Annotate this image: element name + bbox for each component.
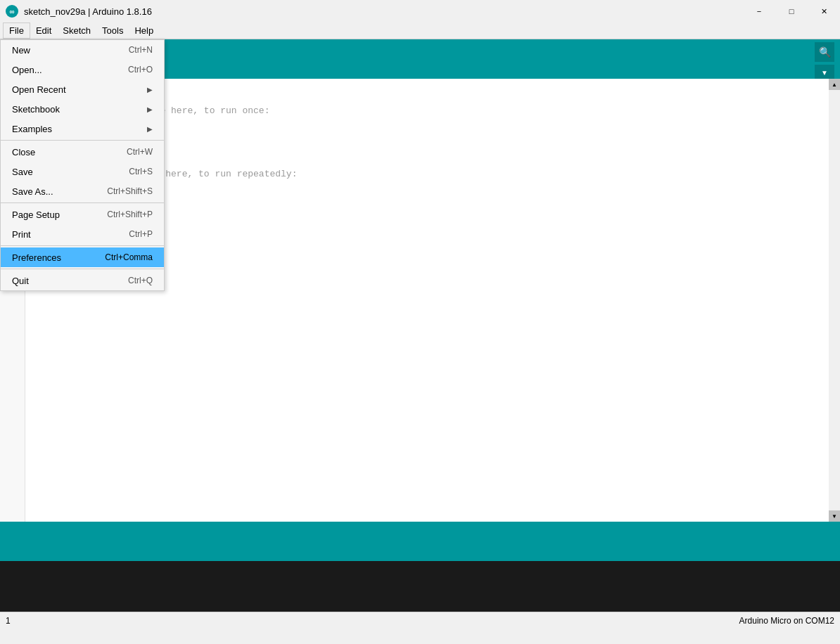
tab-dropdown-button[interactable]: ▼ xyxy=(815,65,834,80)
status-bar: 1 Arduino Micro on COM12 xyxy=(0,612,840,629)
submenu-arrow-icon: ▶ xyxy=(147,105,153,113)
menu-item-save-as[interactable]: Save As... Ctrl+Shift+S xyxy=(1,181,164,201)
window-controls: − □ ✕ xyxy=(743,0,840,22)
menu-item-page-setup-shortcut: Ctrl+Shift+P xyxy=(107,210,153,219)
search-button[interactable]: 🔍 xyxy=(815,42,834,62)
menu-item-open-recent[interactable]: Open Recent ▶ xyxy=(1,79,164,99)
menu-separator xyxy=(1,140,164,141)
menu-item-examples[interactable]: Examples ▶ xyxy=(1,119,164,139)
scroll-up-button[interactable]: ▲ xyxy=(829,79,840,90)
menu-item-open-recent-label: Open Recent xyxy=(12,84,66,95)
menu-item-save-label: Save xyxy=(12,167,33,177)
menu-item-new-label: New xyxy=(12,45,30,56)
menu-item-preferences-shortcut: Ctrl+Comma xyxy=(105,252,153,262)
menu-item-quit-label: Quit xyxy=(12,276,29,286)
menu-item-save-as-label: Save As... xyxy=(12,186,53,197)
title-bar: ∞ sketch_nov29a | Arduino 1.8.16 − □ ✕ xyxy=(0,0,840,22)
menu-item-page-setup[interactable]: Page Setup Ctrl+Shift+P xyxy=(1,205,164,224)
menu-item-print-shortcut: Ctrl+P xyxy=(129,229,153,239)
menu-item-save[interactable]: Save Ctrl+S xyxy=(1,162,164,181)
menu-separator xyxy=(1,202,164,203)
minimize-button[interactable]: − xyxy=(743,0,775,22)
board-status: Arduino Micro on COM12 xyxy=(739,616,834,626)
vertical-scrollbar[interactable]: ▲ ▼ xyxy=(829,79,840,522)
menu-item-new-shortcut: Ctrl+N xyxy=(129,45,153,55)
menu-item-preferences-label: Preferences xyxy=(12,252,61,263)
menu-item-preferences[interactable]: Preferences Ctrl+Comma xyxy=(1,247,164,267)
chevron-down-icon: ▼ xyxy=(821,69,828,77)
menu-item-save-shortcut: Ctrl+S xyxy=(129,167,153,176)
line-number-status: 1 xyxy=(6,616,11,626)
menu-separator xyxy=(1,269,164,269)
menu-item-print-label: Print xyxy=(12,229,31,240)
scroll-down-button[interactable]: ▼ xyxy=(829,510,840,522)
menu-item-close-label: Close xyxy=(12,147,35,157)
menu-item-open[interactable]: Open... Ctrl+O xyxy=(1,60,164,79)
menu-item-sketchbook[interactable]: Sketchbook ▶ xyxy=(1,99,164,119)
menu-sketch[interactable]: Sketch xyxy=(57,22,96,39)
menu-item-open-shortcut: Ctrl+O xyxy=(128,65,153,75)
menu-file[interactable]: File xyxy=(3,22,30,39)
submenu-arrow-icon: ▶ xyxy=(147,125,153,133)
menu-separator xyxy=(1,245,164,246)
file-dropdown-menu: New Ctrl+N Open... Ctrl+O Open Recent ▶ … xyxy=(0,39,165,291)
menu-item-examples-label: Examples xyxy=(12,124,52,134)
menu-item-new[interactable]: New Ctrl+N xyxy=(1,40,164,60)
menu-item-save-as-shortcut: Ctrl+Shift+S xyxy=(107,186,153,196)
menu-item-print[interactable]: Print Ctrl+P xyxy=(1,224,164,244)
search-icon: 🔍 xyxy=(819,46,831,58)
terminal-area xyxy=(0,561,840,612)
menu-bar: File Edit Sketch Tools Help xyxy=(0,22,840,39)
menu-item-open-label: Open... xyxy=(12,65,42,75)
window-title: sketch_nov29a | Arduino 1.8.16 xyxy=(24,6,152,17)
menu-item-quit-shortcut: Ctrl+Q xyxy=(128,276,153,285)
menu-item-close[interactable]: Close Ctrl+W xyxy=(1,142,164,162)
submenu-arrow-icon: ▶ xyxy=(147,86,153,94)
menu-item-quit[interactable]: Quit Ctrl+Q xyxy=(1,271,164,290)
maximize-button[interactable]: □ xyxy=(775,0,808,22)
menu-item-sketchbook-label: Sketchbook xyxy=(12,104,60,115)
menu-edit[interactable]: Edit xyxy=(30,22,57,39)
menu-item-page-setup-label: Page Setup xyxy=(12,210,60,220)
app-icon: ∞ xyxy=(6,5,18,18)
menu-help[interactable]: Help xyxy=(129,22,159,39)
close-button[interactable]: ✕ xyxy=(808,0,840,22)
menu-tools[interactable]: Tools xyxy=(96,22,129,39)
menu-item-close-shortcut: Ctrl+W xyxy=(127,147,153,157)
console-area xyxy=(0,522,840,561)
